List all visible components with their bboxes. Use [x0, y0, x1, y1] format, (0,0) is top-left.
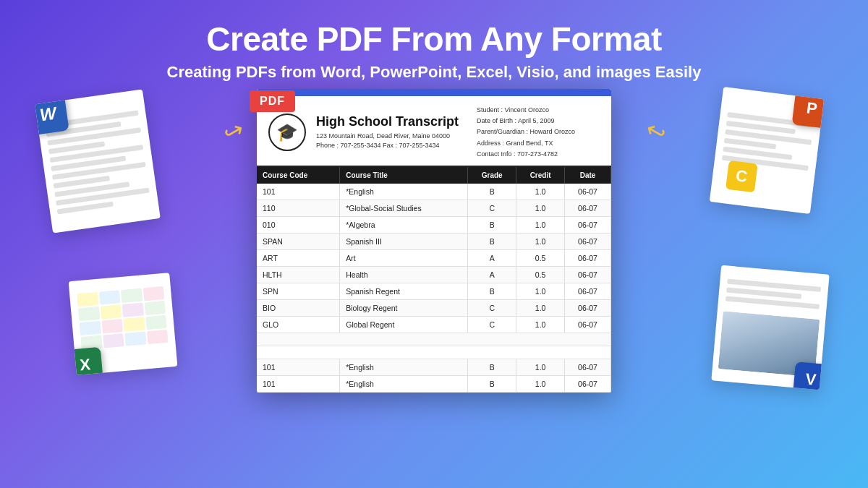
excel-cell [142, 286, 164, 301]
cell-credit: 1.0 [516, 376, 565, 393]
cell-grade: A [468, 267, 516, 283]
cell-code: ART [257, 250, 340, 267]
cell-grade: B [468, 283, 516, 300]
cell-grade: C [468, 300, 516, 317]
cell-credit: 1.0 [516, 184, 565, 200]
cell-title: *Algebra [340, 217, 468, 234]
excel-cell [147, 330, 169, 344]
cell-credit: 1.0 [516, 283, 565, 300]
table-row: SPN Spanish Regent B 1.0 06-07 [257, 283, 611, 300]
excel-cell [122, 302, 144, 317]
arrow-left-icon: ↪ [218, 115, 249, 148]
cell-date: 06-07 [565, 217, 611, 234]
powerpoint-document: P C [710, 87, 824, 214]
cell-grade: B [468, 184, 516, 200]
word-document: W [35, 89, 161, 233]
cell-date: 06-07 [565, 376, 611, 393]
content-area: ↪ ↪ W [0, 82, 868, 488]
table-row: ART Art A 0.5 06-07 [257, 250, 611, 267]
cell-title: Art [340, 250, 468, 267]
excel-cell [103, 333, 124, 348]
excel-grid [69, 278, 176, 358]
table-row: BIO Biology Regent C 1.0 06-07 [257, 300, 611, 317]
main-title: Create PDF From Any Format [167, 20, 702, 59]
excel-cell [144, 301, 166, 315]
doc-line [726, 296, 820, 309]
excel-cell [99, 290, 121, 304]
excel-cell [123, 317, 145, 331]
table-row [257, 333, 611, 346]
excel-cell [78, 307, 100, 321]
arrow-right-icon: ↪ [640, 115, 671, 148]
visio-doc-lines [718, 268, 829, 317]
cell-title: *Global-Social Studies [340, 200, 468, 217]
cell-code: 101 [257, 359, 340, 376]
cell-code: 101 [257, 184, 340, 200]
transcript-tbody: 101 *English B 1.0 06-07 110 *Global-Soc… [257, 184, 611, 393]
cell-grade: B [468, 217, 516, 234]
table-header-row: Course Code Course Title Grade Credit Da… [257, 167, 611, 184]
table-row: SPAN Spanish III B 1.0 06-07 [257, 234, 611, 250]
student-contact: Contact Info : 707-273-4782 [477, 149, 600, 160]
cell-grade: C [468, 317, 516, 333]
excel-icon: X [69, 347, 103, 375]
cell-date: 06-07 [565, 359, 611, 376]
school-logo: 🎓 [268, 114, 306, 151]
cell-code: SPAN [257, 234, 340, 250]
cell-code: BIO [257, 300, 340, 317]
col-header-title: Course Title [340, 167, 468, 184]
pdf-badge: PDF [250, 90, 295, 112]
table-row: 101 *English B 1.0 06-07 [257, 184, 611, 200]
table-row: 010 *Algebra B 1.0 06-07 [257, 217, 611, 234]
cell-grade: B [468, 376, 516, 393]
cell-title: Biology Regent [340, 300, 468, 317]
cell-date: 06-07 [565, 250, 611, 267]
visio-icon: V [793, 361, 829, 390]
powerpoint-icon: P [792, 88, 825, 129]
cell-title: Spanish III [340, 234, 468, 250]
school-info: High School Transcript 123 Mountain Road… [316, 114, 477, 151]
excel-cell [101, 319, 123, 333]
cell-credit: 1.0 [516, 359, 565, 376]
student-info: Student : Vincent Orozco Date of Birth :… [477, 105, 600, 160]
pdf-top-bar [257, 89, 611, 96]
excel-cell [80, 321, 101, 335]
transcript-header: 🎓 High School Transcript 123 Mountain Ro… [257, 96, 611, 167]
cell-title: Global Regent [340, 317, 468, 333]
cell-code: GLO [257, 317, 340, 333]
cell-title: *English [340, 359, 468, 376]
cell-code: SPN [257, 283, 340, 300]
cell-credit: 0.5 [516, 267, 565, 283]
student-dob: Date of Birth : April 5, 2009 [477, 116, 600, 127]
table-row: GLO Global Regent C 1.0 06-07 [257, 317, 611, 333]
school-address: 123 Mountain Road, Dead River, Maine 040… [316, 132, 477, 142]
cell-grade: B [468, 234, 516, 250]
cell-title: Health [340, 267, 468, 283]
cell-date: 06-07 [565, 300, 611, 317]
cell-date: 06-07 [565, 317, 611, 333]
cell-title: *English [340, 376, 468, 393]
pdf-document: 🎓 High School Transcript 123 Mountain Ro… [257, 89, 611, 393]
visio-document: V [711, 265, 829, 390]
cell-date: 06-07 [565, 283, 611, 300]
excel-cell [124, 331, 146, 346]
col-header-code: Course Code [257, 167, 340, 184]
table-row: 101 *English B 1.0 06-07 [257, 359, 611, 376]
cell-grade: C [468, 200, 516, 217]
cell-credit: 1.0 [516, 200, 565, 217]
col-header-grade: Grade [468, 167, 516, 184]
c-icon: C [726, 160, 758, 193]
excel-cell [100, 304, 122, 319]
cell-code: 010 [257, 217, 340, 234]
header-area: Create PDF From Any Format Creating PDFs… [167, 0, 702, 82]
col-header-credit: Credit [516, 167, 565, 184]
excel-document: X [69, 273, 178, 375]
cell-credit: 1.0 [516, 234, 565, 250]
cell-date: 06-07 [565, 184, 611, 200]
word-icon: W [35, 93, 69, 135]
excel-cell [121, 288, 142, 302]
cell-grade: A [468, 250, 516, 267]
col-header-date: Date [565, 167, 611, 184]
cell-title: *English [340, 184, 468, 200]
table-row: 101 *English B 1.0 06-07 [257, 376, 611, 393]
